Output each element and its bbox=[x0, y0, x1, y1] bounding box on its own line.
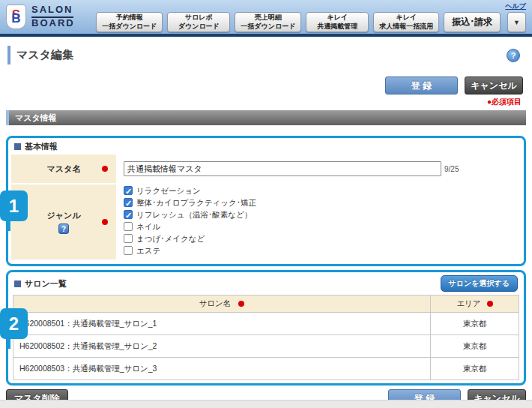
salon-name-column-label: サロン名 bbox=[199, 298, 232, 309]
nav-button-sales-detail-download[interactable]: 売上明細 一括ダウンロード bbox=[235, 12, 301, 32]
salon-name-cell: H620008502：共通掲載管理_サロン_2 bbox=[13, 335, 430, 357]
area-header-cell: エリア bbox=[430, 296, 519, 312]
master-name-row: マスタ名 9/25 bbox=[11, 154, 521, 183]
area-column-label: エリア bbox=[456, 298, 480, 309]
select-salon-label: サロンを選択する bbox=[449, 279, 510, 287]
page-title: マスタ編集 bbox=[16, 48, 73, 62]
page-bottom-strip bbox=[0, 400, 532, 408]
nav-button-label: 売上明細 bbox=[241, 14, 295, 22]
salon-board-logo[interactable]: S B SALON BOARD bbox=[6, 4, 75, 29]
genre-option-nail[interactable]: ネイル bbox=[124, 220, 160, 232]
genre-label: ジャンル bbox=[46, 210, 80, 221]
genre-option-label: リフレッシュ（温浴･酸素など） bbox=[136, 208, 252, 220]
help-link[interactable]: ヘルプ bbox=[505, 2, 526, 11]
checkbox-icon[interactable] bbox=[124, 234, 133, 243]
header-dropdown-button[interactable]: ▼ bbox=[507, 12, 526, 32]
nav-button-label: ダウンロード bbox=[173, 22, 224, 31]
register-button-top[interactable]: 登 録 bbox=[385, 76, 458, 94]
genre-option-label: ネイル bbox=[136, 220, 160, 232]
checkbox-icon[interactable] bbox=[124, 246, 133, 255]
nav-button-kirei-job-info[interactable]: キレイ 求人情報一括流用 bbox=[373, 12, 439, 32]
nav-button-reservation-download[interactable]: 予約情報 一括ダウンロード bbox=[96, 12, 163, 32]
required-dot bbox=[102, 219, 108, 225]
master-info-section-bar: マスタ情報 bbox=[6, 110, 526, 125]
transfer-billing-label: 振込･請求 bbox=[452, 16, 492, 28]
cancel-button-top[interactable]: キャンセル bbox=[465, 76, 523, 94]
master-name-label: マスタ名 bbox=[47, 164, 81, 175]
genre-option-label: リラクゼーション bbox=[136, 184, 201, 196]
required-dot bbox=[238, 301, 244, 307]
genre-option-seitai[interactable]: 整体･カイロプラクティック･矯正 bbox=[124, 196, 256, 208]
genre-checkbox-list: リラクゼーション 整体･カイロプラクティック･矯正 リフレッシュ（温浴･酸素など… bbox=[116, 184, 521, 260]
salon-list-title: サロン一覧 bbox=[25, 278, 67, 290]
app-header: S B SALON BOARD 予約情報 一括ダウンロード サロレポ ダウンロー… bbox=[0, 0, 532, 37]
table-row[interactable]: H620008501：共通掲載管理_サロン_1 東京都 bbox=[13, 312, 519, 334]
genre-option-label: エステ bbox=[136, 244, 160, 256]
nav-button-salon-report-download[interactable]: サロレポ ダウンロード bbox=[167, 12, 230, 32]
genre-option-label: まつげ･メイクなど bbox=[136, 232, 205, 244]
genre-option-label: 整体･カイロプラクティック･矯正 bbox=[136, 196, 256, 208]
title-accent-bar bbox=[7, 46, 10, 64]
transfer-billing-button[interactable]: 振込･請求 bbox=[444, 12, 501, 32]
nav-button-label: 一括ダウンロード bbox=[241, 22, 295, 31]
nav-button-label: キレイ bbox=[312, 14, 363, 22]
checkbox-icon[interactable] bbox=[124, 210, 133, 219]
logo-line2: BOARD bbox=[31, 17, 75, 28]
nav-button-label: 求人情報一括流用 bbox=[379, 22, 433, 31]
salon-table-header: サロン名 エリア bbox=[13, 296, 519, 312]
table-row[interactable]: H620008502：共通掲載管理_サロン_2 東京都 bbox=[13, 334, 519, 357]
genre-option-eyelash[interactable]: まつげ･メイクなど bbox=[124, 232, 205, 244]
salon-list-section: サロン一覧 サロンを選択する サロン名 エリア H620008501：共通掲載管… bbox=[6, 270, 526, 386]
salon-name-cell: H620008503：共通掲載管理_サロン_3 bbox=[13, 358, 430, 380]
table-row[interactable]: H620008503：共通掲載管理_サロン_3 東京都 bbox=[13, 357, 519, 380]
chevron-down-icon: ▼ bbox=[513, 19, 520, 26]
question-mark-icon: ? bbox=[511, 51, 516, 60]
nav-button-label: 予約情報 bbox=[102, 14, 157, 22]
salon-list-header: サロン一覧 サロンを選択する bbox=[8, 272, 524, 293]
section-square-icon bbox=[14, 143, 21, 150]
salon-board-shield-icon: S B bbox=[6, 4, 26, 29]
checkbox-icon[interactable] bbox=[124, 222, 133, 231]
basic-info-section: 基本情報 マスタ名 9/25 ジャンル ? bbox=[6, 136, 526, 266]
register-label: 登 録 bbox=[411, 80, 432, 92]
checkbox-icon[interactable] bbox=[124, 198, 133, 207]
nav-button-label: キレイ bbox=[379, 14, 433, 22]
basic-info-header: 基本情報 bbox=[8, 138, 524, 154]
master-name-input[interactable] bbox=[124, 161, 441, 176]
annotation-badge-1: 1 bbox=[0, 190, 28, 221]
nav-button-label: 一括ダウンロード bbox=[102, 22, 157, 31]
genre-help-icon[interactable]: ? bbox=[58, 224, 69, 234]
logo-line1: SALON bbox=[31, 4, 73, 18]
checkbox-icon[interactable] bbox=[124, 186, 133, 195]
question-mark-icon: ? bbox=[61, 225, 66, 233]
genre-option-refresh[interactable]: リフレッシュ（温浴･酸素など） bbox=[124, 208, 252, 220]
logo-text: SALON BOARD bbox=[31, 4, 75, 29]
help-column: ヘルプ ▼ bbox=[505, 2, 526, 32]
top-action-row: 登 録 キャンセル bbox=[9, 76, 523, 94]
genre-row: ジャンル ? リラクゼーション 整体･カイロプラクティック･矯正 リフレッシュ（… bbox=[11, 184, 521, 260]
section-square-icon bbox=[14, 280, 21, 287]
genre-option-esthe[interactable]: エステ bbox=[124, 244, 160, 256]
salon-name-header-cell: サロン名 bbox=[13, 296, 430, 312]
area-cell: 東京都 bbox=[430, 313, 519, 334]
page-help-icon[interactable]: ? bbox=[507, 49, 520, 62]
salon-table: サロン名 エリア H620008501：共通掲載管理_サロン_1 東京都 H62… bbox=[13, 295, 519, 380]
logo-letter-b: B bbox=[11, 15, 20, 23]
annotation-badge-2: 2 bbox=[0, 308, 28, 339]
cancel-label: キャンセル bbox=[471, 80, 516, 92]
nav-button-label: サロレポ bbox=[173, 14, 224, 22]
required-dot bbox=[487, 301, 493, 307]
char-counter: 9/25 bbox=[444, 165, 459, 173]
header-nav: 予約情報 一括ダウンロード サロレポ ダウンロード 売上明細 一括ダウンロード … bbox=[96, 2, 526, 32]
required-dot bbox=[102, 166, 108, 172]
select-salon-button[interactable]: サロンを選択する bbox=[441, 275, 518, 292]
master-name-label-cell: マスタ名 bbox=[11, 154, 116, 183]
nav-button-label: 共通掲載管理 bbox=[312, 22, 363, 31]
master-name-content: 9/25 bbox=[116, 154, 521, 183]
area-cell: 東京都 bbox=[430, 358, 519, 380]
nav-button-kirei-common-posting[interactable]: キレイ 共通掲載管理 bbox=[306, 12, 369, 32]
salon-name-cell: H620008501：共通掲載管理_サロン_1 bbox=[13, 313, 430, 334]
required-items-note: ●必須項目 bbox=[10, 97, 522, 106]
basic-info-form: マスタ名 9/25 ジャンル ? リラクゼーション bbox=[8, 154, 524, 264]
genre-option-relaxation[interactable]: リラクゼーション bbox=[124, 184, 201, 196]
